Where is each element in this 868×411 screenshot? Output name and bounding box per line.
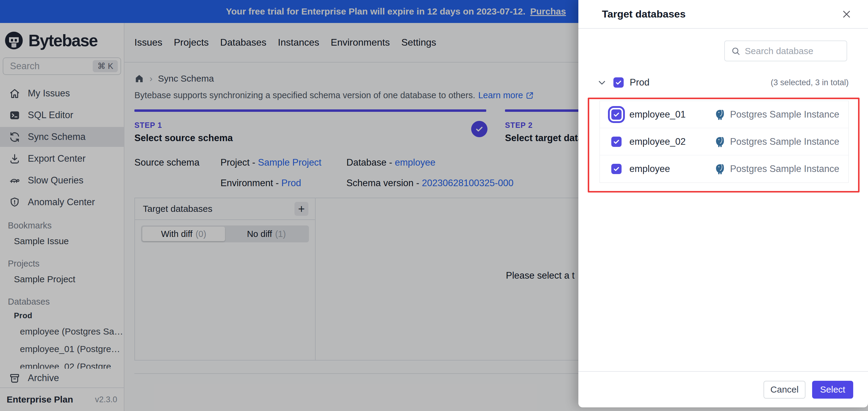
check-icon	[613, 165, 620, 173]
database-instance: Postgres Sample Instance	[715, 109, 839, 120]
drawer-body: Prod (3 selected, 3 in total) employee_0…	[578, 29, 868, 371]
search-icon	[731, 46, 741, 56]
select-button[interactable]: Select	[812, 381, 853, 399]
employee-checkbox[interactable]	[611, 164, 622, 174]
drawer-header: Target databases	[578, 0, 868, 29]
check-icon	[615, 79, 622, 86]
postgres-icon	[715, 109, 726, 120]
database-instance: Postgres Sample Instance	[715, 136, 839, 147]
environment-group-row: Prod (3 selected, 3 in total)	[596, 77, 849, 88]
database-row-employee-01[interactable]: employee_01 Postgres Sample Instance	[600, 101, 848, 128]
chevron-down-icon[interactable]	[596, 77, 607, 88]
target-databases-drawer: Target databases Prod (3 selected, 3 in …	[578, 0, 868, 407]
page-root: Your free trial for Enterprise Plan will…	[0, 0, 868, 411]
database-row-employee-02[interactable]: employee_02 Postgres Sample Instance	[600, 128, 848, 155]
check-icon	[613, 111, 620, 118]
check-icon	[613, 138, 620, 145]
database-instance: Postgres Sample Instance	[715, 163, 839, 175]
drawer-title: Target databases	[602, 8, 686, 20]
group-name: Prod	[630, 77, 649, 88]
postgres-icon	[715, 136, 726, 147]
database-name: employee	[629, 164, 715, 174]
employee-01-checkbox[interactable]	[611, 109, 622, 120]
database-search-input[interactable]	[745, 46, 840, 56]
close-button[interactable]	[840, 8, 853, 21]
postgres-icon	[715, 163, 726, 175]
database-search[interactable]	[724, 40, 847, 61]
drawer-footer: Cancel Select	[578, 371, 868, 407]
database-row-employee[interactable]: employee Postgres Sample Instance	[600, 155, 848, 182]
prod-group-checkbox[interactable]	[613, 77, 624, 88]
database-name: employee_01	[629, 109, 715, 120]
employee-02-checkbox[interactable]	[611, 137, 622, 147]
cancel-button[interactable]: Cancel	[764, 381, 805, 399]
close-icon	[841, 9, 852, 20]
selection-summary: (3 selected, 3 in total)	[771, 78, 849, 87]
database-name: employee_02	[629, 136, 715, 147]
database-list: employee_01 Postgres Sample Instance	[599, 100, 849, 183]
